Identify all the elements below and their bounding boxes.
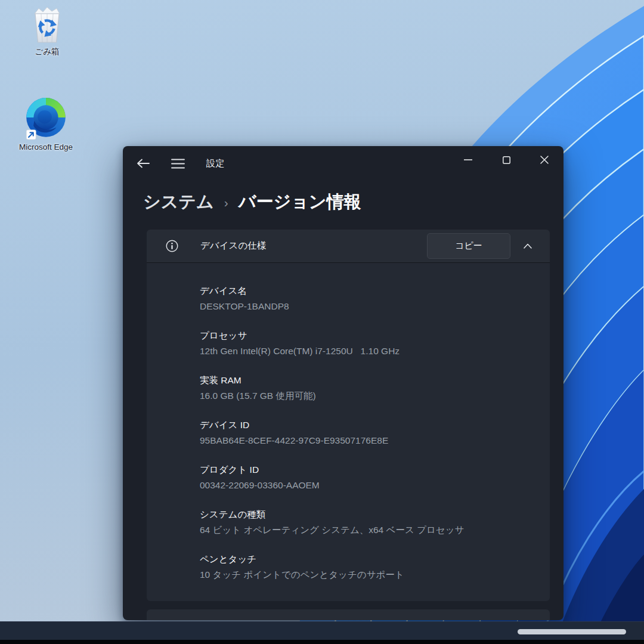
page-title: バージョン情報 <box>239 190 361 214</box>
copy-button[interactable]: コピー <box>427 233 510 259</box>
spec-field-value: 00342-22069-03360-AAOEM <box>200 479 532 491</box>
edge-label: Microsoft Edge <box>19 143 73 152</box>
spec-field-label: デバイス名 <box>200 284 532 297</box>
spec-field-value: 64 ビット オペレーティング システム、x64 ベース プロセッサ <box>200 524 532 536</box>
app-title: 設定 <box>206 158 225 169</box>
info-icon <box>166 240 178 252</box>
breadcrumb: システム › バージョン情報 <box>143 190 361 214</box>
edge-icon <box>25 97 67 141</box>
maximize-icon <box>503 156 510 164</box>
settings-window: 設定 システム › バージョン情報 <box>123 146 564 620</box>
window-caption-buttons <box>449 146 564 174</box>
device-spec-fields: デバイス名 DESKTOP-1BANDP8 プロセッサ 12th Gen Int… <box>147 263 550 601</box>
spec-field: ペンとタッチ 10 タッチ ポイントでのペンとタッチのサポート <box>200 553 532 581</box>
device-spec-title: デバイスの仕様 <box>200 240 266 252</box>
maximize-button[interactable] <box>487 146 525 174</box>
close-icon <box>540 156 549 164</box>
spec-field: プロダクト ID 00342-22069-03360-AAOEM <box>200 463 532 491</box>
shortcut-arrow-badge <box>26 130 36 140</box>
spec-field-value: 12th Gen Intel(R) Core(TM) i7-1250U 1.10… <box>200 345 532 357</box>
desktop-icon-recycle-bin[interactable]: ごみ箱 <box>8 5 86 57</box>
spec-field-label: システムの種類 <box>200 508 532 521</box>
spec-field-value: 95BAB64E-8CEF-4422-97C9-E93507176E8E <box>200 434 532 447</box>
collapse-toggle[interactable] <box>510 230 545 263</box>
spec-field-value: DESKTOP-1BANDP8 <box>200 300 532 312</box>
chevron-up-icon <box>524 243 532 249</box>
navigation-menu-button[interactable] <box>166 151 190 175</box>
desktop-icon-microsoft-edge[interactable]: Microsoft Edge <box>7 97 85 152</box>
device-spec-card: デバイスの仕様 コピー デバイス名 DESKTOP-1BANDP8 プロセッサ … <box>147 230 550 601</box>
screen-bottom-edge <box>0 640 644 644</box>
spec-field: 実装 RAM 16.0 GB (15.7 GB 使用可能) <box>200 374 532 402</box>
breadcrumb-parent[interactable]: システム <box>143 190 214 214</box>
spec-field-value: 16.0 GB (15.7 GB 使用可能) <box>200 389 532 402</box>
spec-field: デバイス ID 95BAB64E-8CEF-4422-97C9-E9350717… <box>200 419 532 447</box>
recycle-bin-label: ごみ箱 <box>35 47 59 57</box>
spec-field-label: プロダクト ID <box>200 463 532 476</box>
spec-field: システムの種類 64 ビット オペレーティング システム、x64 ベース プロセ… <box>200 508 532 536</box>
minimize-button[interactable] <box>449 146 487 174</box>
recycle-bin-icon <box>28 5 66 45</box>
spec-field: デバイス名 DESKTOP-1BANDP8 <box>200 284 532 312</box>
spec-field-label: ペンとタッチ <box>200 553 532 565</box>
spec-field: プロセッサ 12th Gen Intel(R) Core(TM) i7-1250… <box>200 329 532 357</box>
spec-field-label: デバイス ID <box>200 419 532 431</box>
hamburger-icon <box>171 159 185 169</box>
next-section-sliver <box>147 609 550 620</box>
spec-field-value: 10 タッチ ポイントでのペンとタッチのサポート <box>200 568 532 581</box>
spec-field-label: プロセッサ <box>200 329 532 342</box>
spec-field-label: 実装 RAM <box>200 374 532 386</box>
breadcrumb-separator: › <box>224 196 228 210</box>
back-arrow-icon <box>137 159 150 168</box>
titlebar: 設定 <box>123 146 564 181</box>
taskbar-scroll-pill[interactable] <box>518 629 626 634</box>
close-button[interactable] <box>525 146 564 174</box>
back-button[interactable] <box>131 151 155 175</box>
minimize-icon <box>464 159 472 160</box>
device-spec-expander-header[interactable]: デバイスの仕様 コピー <box>147 230 550 263</box>
